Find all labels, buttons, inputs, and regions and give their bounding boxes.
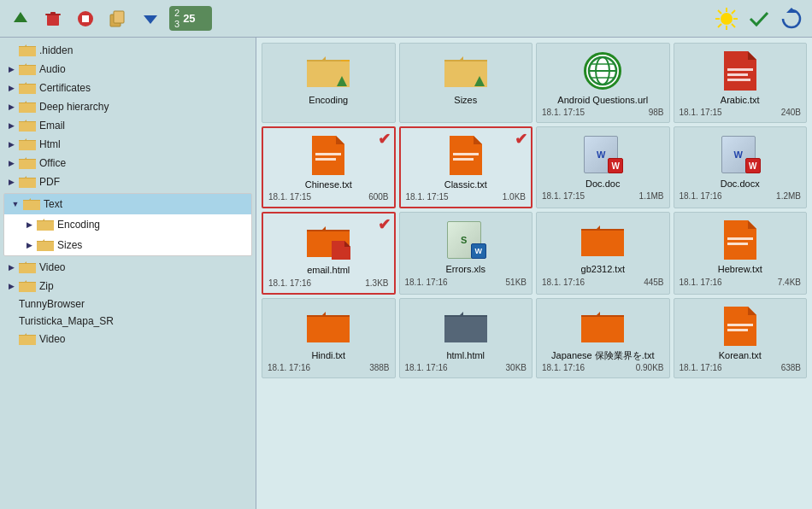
sidebar-item-certificates[interactable]: ▶ Certificates <box>0 79 256 97</box>
txt-icon-area <box>306 133 350 178</box>
sidebar-item-html[interactable]: ▶ Html <box>0 135 256 154</box>
main-content: .hidden ▶ Audio ▶ Certificates ▶ Deep hi… <box>0 38 812 509</box>
file-item-errors-xls[interactable]: S W Errors.xls 18.1. 17:16 51KB <box>399 212 533 294</box>
toolbar-up-btn[interactable] <box>7 5 34 32</box>
sidebar-item-text[interactable]: ▼ Text <box>4 194 251 214</box>
arrow-icon <box>473 74 486 88</box>
svg-rect-28 <box>727 73 748 76</box>
txt-icon-area <box>444 133 488 178</box>
sidebar-item-sizes[interactable]: ▶ Sizes <box>4 235 251 255</box>
arrow-right-icon: ▶ <box>7 121 15 130</box>
folder-icon <box>37 238 54 252</box>
docx-icon-area: W W <box>718 132 762 177</box>
file-meta: 18.1. 17:16 1.3KB <box>268 278 389 288</box>
svg-rect-36 <box>727 324 753 326</box>
toolbar-badge: 2 3 25 <box>169 6 212 30</box>
arrow-right-icon: ▶ <box>7 65 15 73</box>
file-item-chinese-txt[interactable]: ✔ Chinese.txt 18.1. 17:15 600B <box>262 126 396 208</box>
file-meta: 18.1. 17:15 600B <box>268 192 389 202</box>
svg-line-16 <box>732 10 735 14</box>
sidebar-item-office[interactable]: ▶ Office <box>0 154 256 173</box>
toolbar-move-btn[interactable] <box>137 5 164 32</box>
sidebar-item-deep-hierarchy[interactable]: ▶ Deep hierarchy <box>0 97 256 116</box>
arrow-placeholder <box>7 317 15 325</box>
sidebar-item-audio[interactable]: ▶ Audio <box>0 60 256 79</box>
svg-line-14 <box>718 10 721 14</box>
svg-line-15 <box>732 24 735 27</box>
folder-icon <box>23 197 40 211</box>
toolbar-stop-btn[interactable] <box>72 5 99 32</box>
sidebar-item-video2[interactable]: Video <box>0 330 256 348</box>
file-item-japanese-txt[interactable]: Japanese 保険業界を.txt 18.1. 17:16 0.90KB <box>536 298 670 378</box>
svg-rect-37 <box>727 329 748 331</box>
file-meta: 18.1. 17:16 7.4KB <box>680 278 802 287</box>
svg-point-9 <box>721 13 733 25</box>
file-item-android-url[interactable]: Android Questions.url 18.1. 17:15 98B <box>536 43 670 123</box>
folder-icon <box>19 137 36 151</box>
folder-icon <box>19 100 36 114</box>
file-item-classic-txt[interactable]: ✔ Classic.txt 18.1. 17:15 1.0KB <box>399 126 533 208</box>
file-item-sizes[interactable]: Sizes <box>399 43 533 123</box>
arrow-placeholder <box>7 300 15 308</box>
xls-icon-area: S W <box>444 218 488 262</box>
toolbar-delete-btn[interactable] <box>39 5 67 32</box>
svg-rect-5 <box>82 15 89 22</box>
file-item-gb2312[interactable]: gb2312.txt 18.1. 17:16 445B <box>536 212 670 294</box>
txt-orange-file-icon <box>724 307 756 346</box>
file-item-arabic-txt[interactable]: Arabic.txt 18.1. 17:15 240B <box>674 43 808 123</box>
folder-icon <box>19 62 36 76</box>
txt-icon-area <box>718 304 762 348</box>
checkmark-icon: ✔ <box>378 215 391 234</box>
folder-orange-icon <box>581 308 624 344</box>
sidebar-item-turisticka[interactable]: Turisticka_Mapa_SR <box>0 313 256 330</box>
file-item-hebrew-txt[interactable]: Hebrew.txt 18.1. 17:16 7.4KB <box>674 212 808 294</box>
sidebar-item-zip[interactable]: ▶ Zip <box>0 277 256 295</box>
globe-icon <box>587 56 618 86</box>
arrow-right-icon: ▶ <box>7 159 15 167</box>
toolbar-refresh-btn[interactable] <box>778 5 805 32</box>
svg-rect-33 <box>453 158 474 161</box>
file-item-docx[interactable]: W W Doc.docx 18.1. 17:16 1.2MB <box>674 126 808 208</box>
file-item-hindi-txt[interactable]: Hindi.txt 18.1. 17:16 388B <box>262 298 396 378</box>
txt-overlay-icon <box>332 241 350 260</box>
file-meta: 18.1. 17:15 1.1MB <box>542 191 664 201</box>
file-meta: 18.1. 17:16 30KB <box>405 363 527 372</box>
arrow-icon <box>335 74 349 88</box>
sidebar-item-tunnybrowser[interactable]: TunnyBrowser <box>0 295 256 313</box>
folder-icon-area <box>444 49 488 93</box>
sidebar-item-video[interactable]: ▶ Video <box>0 258 256 277</box>
txt-orange-file-icon <box>312 136 344 175</box>
svg-rect-3 <box>45 14 61 15</box>
checkmark-icon: ✔ <box>515 130 527 149</box>
arrow-icon <box>7 46 15 55</box>
arrow-right-icon: ▶ <box>7 102 15 111</box>
sidebar-item-pdf[interactable]: ▶ PDF <box>0 173 256 191</box>
file-item-korean-txt[interactable]: Korean.txt 18.1. 17:16 638B <box>674 298 808 378</box>
toolbar-sun-btn[interactable] <box>713 5 740 32</box>
file-meta: 18.1. 17:16 445B <box>542 278 664 287</box>
file-item-doc[interactable]: W W Doc.doc 18.1. 17:15 1.1MB <box>536 126 670 208</box>
txt-orange-file-icon <box>450 136 482 175</box>
arrow-right-icon: ▶ <box>25 220 33 229</box>
doc-icon-area: W W <box>580 132 625 177</box>
file-meta: 18.1. 17:15 98B <box>542 108 664 117</box>
folder-icon <box>19 119 36 132</box>
file-meta: 18.1. 17:16 638B <box>680 363 802 372</box>
folder-icon-area <box>580 304 625 348</box>
arrow-right-icon: ▶ <box>7 263 15 272</box>
sidebar-item-email[interactable]: ▶ Email <box>0 116 256 135</box>
toolbar-copy-btn[interactable] <box>104 5 132 32</box>
sidebar-item-hidden[interactable]: .hidden <box>0 41 256 60</box>
sidebar: .hidden ▶ Audio ▶ Certificates ▶ Deep hi… <box>0 38 256 509</box>
file-item-email-html[interactable]: ✔ email.html 18.1. 17:16 1.3KB <box>262 212 396 294</box>
folder-icon <box>37 218 54 231</box>
arrow-placeholder <box>7 335 15 343</box>
text-group: ▼ Text ▶ Encoding ▶ Sizes <box>3 193 252 256</box>
file-item-encoding[interactable]: Encoding <box>262 43 396 123</box>
url-icon <box>584 52 621 90</box>
sidebar-item-encoding[interactable]: ▶ Encoding <box>4 214 251 235</box>
folder-icon <box>19 175 36 189</box>
file-meta: 18.1. 17:15 240B <box>680 108 802 117</box>
file-item-html-html[interactable]: html.html 18.1. 17:16 30KB <box>399 298 533 378</box>
toolbar-check-btn[interactable] <box>745 5 773 32</box>
